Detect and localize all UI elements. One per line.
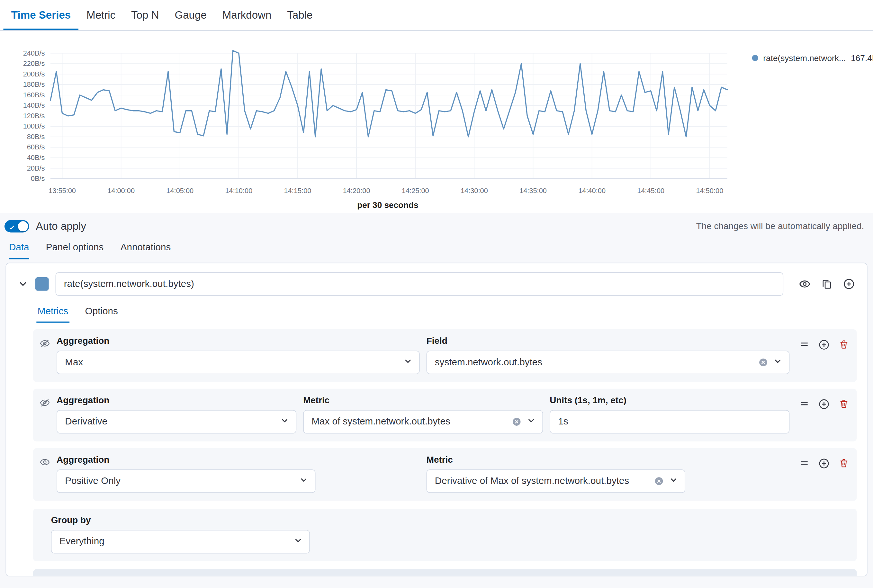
aggregation-select[interactable]: Max [57, 351, 420, 374]
svg-text:160B/s: 160B/s [23, 91, 45, 99]
group-by-select[interactable]: Everything [51, 530, 310, 553]
metric-label: Metric [427, 455, 790, 465]
eye-icon [40, 455, 57, 493]
metric-combobox[interactable]: Derivative of Max of system.network.out.… [427, 470, 685, 493]
collapse-chevron-icon[interactable] [17, 277, 30, 291]
metric-row-actions [789, 336, 849, 374]
legend-item[interactable]: rate(system.network... 167.4B/s [752, 53, 873, 63]
units-input[interactable] [550, 410, 789, 434]
svg-text:14:10:00: 14:10:00 [225, 187, 252, 195]
eye-slash-icon [40, 336, 57, 374]
auto-apply-row: Auto apply The changes will be automatic… [0, 213, 873, 238]
tab-markdown[interactable]: Markdown [214, 0, 279, 30]
editor-tabs: Data Panel options Annotations [0, 239, 873, 260]
svg-text:100B/s: 100B/s [23, 122, 45, 130]
chevron-down-icon [299, 475, 308, 487]
series-color-swatch[interactable] [35, 277, 49, 291]
aggregation-select[interactable]: Derivative [57, 410, 296, 434]
auto-apply-label: Auto apply [36, 220, 86, 232]
svg-text:13:55:00: 13:55:00 [48, 187, 76, 195]
metric-row-derivative: Aggregation Derivative Metric Max of sys… [33, 389, 857, 441]
svg-text:220B/s: 220B/s [23, 60, 45, 68]
svg-text:14:00:00: 14:00:00 [107, 187, 135, 195]
metric-row-positive-only: Aggregation Positive Only Metric Derivat… [33, 448, 857, 501]
tsvb-editor: Time Series Metric Top N Gauge Markdown … [0, 0, 873, 588]
svg-text:14:30:00: 14:30:00 [461, 187, 488, 195]
add-metric-button[interactable] [819, 458, 829, 469]
clone-series-icon[interactable] [822, 279, 832, 289]
tab-table[interactable]: Table [279, 0, 320, 30]
metric-row-actions [789, 455, 849, 493]
legend-series-value: 167.4B/s [851, 53, 873, 63]
svg-text:40B/s: 40B/s [27, 154, 45, 162]
aggregation-label: Aggregation [57, 455, 420, 465]
visualization-type-tabs: Time Series Metric Top N Gauge Markdown … [0, 0, 873, 31]
chevron-down-icon [669, 475, 678, 487]
legend-series-dot [752, 55, 758, 61]
delete-metric-button[interactable] [839, 458, 849, 468]
eye-slash-icon [40, 396, 57, 434]
panel-editor: Auto apply The changes will be automatic… [0, 213, 873, 588]
clear-selection-icon[interactable] [759, 358, 768, 367]
drag-handle-icon[interactable] [800, 339, 809, 349]
svg-text:60B/s: 60B/s [27, 143, 45, 151]
field-combobox[interactable]: system.network.out.bytes [427, 351, 790, 374]
drag-handle-icon[interactable] [800, 399, 809, 408]
svg-text:180B/s: 180B/s [23, 80, 45, 88]
aggregation-label: Aggregation [57, 396, 296, 405]
svg-text:200B/s: 200B/s [23, 70, 45, 78]
toggle-thumb [18, 221, 28, 231]
series-sub-tabs: Metrics Options [36, 304, 856, 322]
tab-top-n[interactable]: Top N [123, 0, 167, 30]
tab-metric[interactable]: Metric [79, 0, 123, 30]
check-icon [8, 223, 15, 233]
group-by-label: Group by [51, 515, 849, 525]
clear-selection-icon[interactable] [654, 477, 663, 486]
next-section-partial [33, 569, 857, 576]
series-label-input[interactable] [56, 272, 784, 296]
svg-text:14:45:00: 14:45:00 [637, 187, 664, 195]
legend-series-label: rate(system.network... [763, 53, 846, 63]
svg-text:14:25:00: 14:25:00 [402, 187, 429, 195]
metric-label: Metric [303, 396, 543, 405]
metric-combobox[interactable]: Max of system.network.out.bytes [303, 410, 543, 434]
clear-selection-icon[interactable] [512, 417, 521, 426]
svg-text:120B/s: 120B/s [23, 112, 45, 120]
tab-data[interactable]: Data [9, 239, 29, 260]
tab-options[interactable]: Options [84, 304, 119, 322]
aggregation-select[interactable]: Positive Only [57, 470, 315, 493]
tab-metrics[interactable]: Metrics [36, 304, 69, 322]
aggregation-label: Aggregation [57, 336, 420, 346]
metric-row-max: Aggregation Max Field system.network.out… [33, 329, 857, 382]
svg-text:14:20:00: 14:20:00 [343, 187, 370, 195]
add-metric-button[interactable] [819, 339, 829, 350]
delete-metric-button[interactable] [839, 339, 849, 349]
svg-text:14:40:00: 14:40:00 [578, 187, 606, 195]
chevron-down-icon [527, 416, 536, 428]
chevron-down-icon [403, 357, 412, 369]
svg-text:14:50:00: 14:50:00 [696, 187, 723, 195]
svg-text:14:05:00: 14:05:00 [166, 187, 194, 195]
tab-time-series[interactable]: Time Series [3, 0, 78, 30]
time-series-chart-section: 0B/s20B/s40B/s60B/s80B/s100B/s120B/s140B… [0, 31, 873, 213]
units-label: Units (1s, 1m, etc) [550, 396, 789, 405]
svg-text:14:35:00: 14:35:00 [520, 187, 547, 195]
field-label: Field [427, 336, 790, 346]
svg-text:140B/s: 140B/s [23, 101, 45, 109]
add-metric-button[interactable] [819, 399, 829, 410]
add-series-icon[interactable] [843, 278, 855, 290]
svg-text:0B/s: 0B/s [31, 174, 45, 183]
svg-text:20B/s: 20B/s [27, 164, 45, 172]
chart-legend: rate(system.network... 167.4B/s [752, 53, 873, 210]
chevron-down-icon [773, 357, 782, 369]
svg-text:80B/s: 80B/s [27, 133, 45, 141]
delete-metric-button[interactable] [839, 399, 849, 409]
drag-handle-icon[interactable] [800, 458, 809, 468]
series-header [17, 272, 857, 296]
tab-panel-options[interactable]: Panel options [46, 239, 104, 260]
auto-apply-toggle[interactable] [5, 220, 29, 232]
tab-annotations[interactable]: Annotations [120, 239, 171, 260]
eye-icon[interactable] [799, 278, 810, 290]
auto-apply-note: The changes will be automatically applie… [696, 221, 864, 231]
tab-gauge[interactable]: Gauge [167, 0, 214, 30]
